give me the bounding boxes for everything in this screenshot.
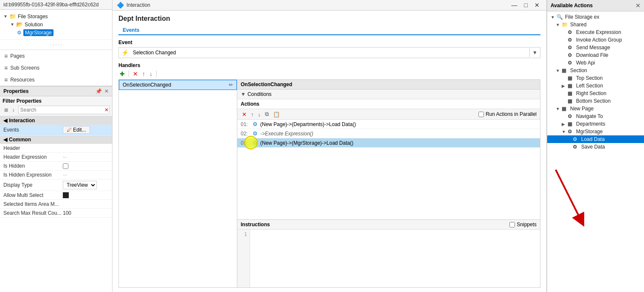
delete-handler-button[interactable]: ✕: [132, 70, 139, 78]
move-down-action-button[interactable]: ↓: [257, 111, 262, 118]
action-text-0: (New Page)->(Departments)->Load Data(): [260, 121, 356, 127]
is-hidden-label: Is Hidden: [3, 163, 63, 169]
avail-right-section[interactable]: ▦ Right Section: [547, 90, 644, 97]
nav-item-sub-screens[interactable]: ≡ Sub Screens: [0, 62, 112, 74]
add-handler-button[interactable]: ✚: [118, 70, 126, 78]
paste-action-button[interactable]: 📋: [272, 111, 281, 118]
snippets-checkbox[interactable]: [509, 222, 515, 227]
actions-label: Actions: [237, 99, 540, 109]
delete-action-button[interactable]: ✕: [241, 111, 248, 118]
avail-arrow-departments: ▶: [562, 122, 566, 126]
tree-item-mgrstorage[interactable]: ⚙ MgrStorage: [17, 28, 109, 37]
display-type-value: TreeView ListView: [63, 181, 109, 189]
close-props-icon[interactable]: ✕: [104, 88, 109, 94]
avail-invoke-action-group[interactable]: ⚙ Invoke Action Group: [547, 36, 644, 44]
conditions-bar[interactable]: ▼ Conditions: [237, 90, 540, 99]
avail-section[interactable]: ▼ ▦ Section: [547, 67, 644, 74]
close-available-actions-button[interactable]: ✕: [636, 2, 641, 9]
avail-label-new-page: New Page: [570, 106, 593, 112]
avail-load-data[interactable]: ⚙ Load Data: [547, 135, 644, 143]
tree-item-file-storages[interactable]: ▼ 📁 File Storages: [3, 12, 109, 20]
avail-web-api[interactable]: ⚙ Web Api: [547, 59, 644, 67]
search-input-wrap: ✕: [18, 106, 110, 114]
avail-send-message[interactable]: ⚙ Send Message: [547, 44, 644, 51]
close-button[interactable]: ✕: [532, 2, 542, 8]
section-arrow-interaction: ◀: [3, 118, 7, 124]
search-max-label: Search Max Result Cou...: [3, 210, 63, 216]
avail-label-load-data: Load Data: [581, 136, 605, 142]
display-type-select[interactable]: TreeView ListView: [63, 181, 97, 189]
actions-panel-header: OnSelectionChanged: [237, 80, 540, 90]
avail-left-section[interactable]: ▶ ▦ Left Section: [547, 82, 644, 90]
maximize-button[interactable]: □: [522, 2, 530, 8]
minimize-button[interactable]: —: [509, 2, 520, 8]
avail-top-section[interactable]: ▦ Top Section: [547, 74, 644, 82]
filter-icon-btn-2[interactable]: ↕: [11, 107, 17, 114]
events-prop-value: 🖊 Edit...: [63, 126, 109, 134]
left-panel: id:b99955fb-0163-429f-89ba-efffd262c62d …: [0, 0, 112, 292]
folder-icon-solution: 📂: [16, 21, 23, 28]
pin-icon[interactable]: 📌: [96, 88, 102, 94]
avail-bottom-section[interactable]: ▦ Bottom Section: [547, 97, 644, 105]
pages-label: Pages: [10, 53, 25, 59]
prop-section-interaction[interactable]: ◀ Interaction: [0, 116, 112, 125]
move-up-handler-button[interactable]: ↑: [141, 70, 146, 78]
handler-item-onselectionchanged[interactable]: OnSelectionChanged ✏: [119, 80, 237, 90]
parallel-check-row: Run Actions in Parallel: [478, 111, 537, 117]
actions-list: 01: ⚙ (New Page)->(Departments)->Load Da…: [237, 120, 540, 219]
avail-navigate-to[interactable]: ⚙ Navigate To: [547, 112, 644, 120]
conditions-label: Conditions: [247, 91, 272, 97]
copy-action-button[interactable]: ⧉: [264, 110, 270, 118]
avail-download-file[interactable]: ⚙ Download File: [547, 51, 644, 59]
handler-sep: [129, 70, 129, 77]
tree-item-solution[interactable]: ▼ 📂 Solution: [10, 20, 109, 28]
avail-shared[interactable]: ▼ 📁 Shared: [547, 21, 644, 28]
avail-departments[interactable]: ▶ ▦ Departments: [547, 120, 644, 128]
event-dropdown-arrow[interactable]: ▼: [529, 48, 540, 57]
edit-events-button[interactable]: 🖊 Edit...: [63, 126, 90, 134]
search-input[interactable]: [18, 106, 110, 114]
action-icon-2: ⚙: [253, 140, 258, 146]
avail-label-webapi: Web Api: [576, 60, 595, 66]
move-down-handler-button[interactable]: ↓: [148, 70, 154, 78]
avail-arrow-bottom-section: [562, 99, 566, 104]
header-expr-dots[interactable]: ···: [63, 154, 67, 160]
avail-icon-bottom-section: ▦: [568, 98, 574, 104]
is-hidden-checkbox[interactable]: [63, 163, 68, 169]
avail-icon-download: ⚙: [568, 52, 574, 58]
pages-icon: ≡: [4, 53, 8, 59]
mgrstorage-icon: ⚙: [17, 30, 22, 36]
prop-row-events[interactable]: Events 🖊 Edit...: [0, 125, 112, 135]
avail-file-storage-ex[interactable]: ▼ 🔍 File Storage ex: [547, 13, 644, 21]
avail-mgrstorage[interactable]: ▼ ⚙ MgrStorage: [547, 128, 644, 135]
handler-sep2: [156, 70, 157, 77]
window-title-text: Interaction: [127, 2, 150, 8]
snippets-row: Snippets: [509, 222, 537, 227]
avail-save-data[interactable]: ⚙ Save Data: [547, 143, 644, 151]
avail-arrow-section: ▼: [556, 68, 560, 73]
properties-header-icons: 📌 ✕: [96, 88, 109, 94]
interaction-content: Dept Interaction Events Event ⚡ Selectio…: [112, 11, 546, 292]
prop-section-common[interactable]: ◀ Common: [0, 135, 112, 144]
display-type-label: Display Type: [3, 182, 63, 188]
avail-execute-expression[interactable]: ⚙ Execute Expression: [547, 28, 644, 36]
prop-row-header: Header: [0, 144, 112, 153]
sub-screens-icon: ≡: [4, 65, 8, 71]
search-clear-icon[interactable]: ✕: [104, 107, 109, 113]
handler-edit-icon[interactable]: ✏: [229, 82, 233, 88]
avail-icon-new-page: ▦: [562, 106, 568, 112]
is-hidden-expr-dots[interactable]: ···: [63, 172, 67, 178]
action-item-0[interactable]: 01: ⚙ (New Page)->(Departments)->Load Da…: [237, 120, 540, 129]
action-item-2[interactable]: 03: ⚙ (New Page)->(MgrStorage)->Load Dat…: [237, 138, 540, 148]
prop-row-is-hidden-expr: Is Hidden Expression ···: [0, 171, 112, 180]
instructions-editor[interactable]: [250, 230, 540, 287]
action-item-1[interactable]: 02: ⚙ ->Execute Expression(): [237, 129, 540, 138]
nav-item-pages[interactable]: ≡ Pages: [0, 50, 112, 62]
filter-icon-btn-1[interactable]: ⊞: [3, 107, 10, 114]
nav-item-resources[interactable]: ≡ Resources: [0, 74, 112, 86]
avail-new-page[interactable]: ▼ ▦ New Page: [547, 105, 644, 112]
avail-icon-navigate: ⚙: [568, 113, 574, 119]
parallel-checkbox[interactable]: [478, 112, 484, 117]
move-up-action-button[interactable]: ↑: [250, 111, 255, 118]
events-tab[interactable]: Events: [118, 26, 540, 35]
